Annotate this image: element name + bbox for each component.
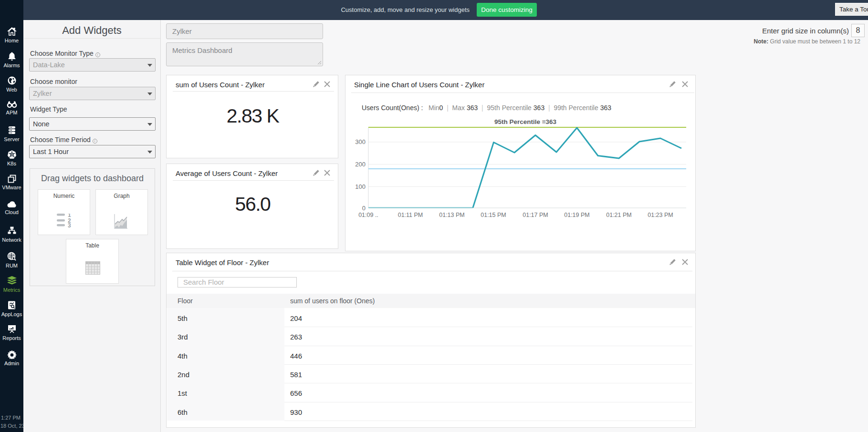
- svg-text:01:19 PM: 01:19 PM: [564, 212, 590, 218]
- svg-text:01:23 PM: 01:23 PM: [648, 212, 673, 218]
- svg-text:01:17 PM: 01:17 PM: [523, 212, 548, 218]
- svg-text:01:09 ..: 01:09 ..: [358, 212, 378, 218]
- svg-text:01:11 PM: 01:11 PM: [398, 212, 423, 218]
- svg-text:01:13 PM: 01:13 PM: [439, 212, 465, 218]
- svg-text:200: 200: [355, 161, 366, 168]
- svg-text:01:15 PM: 01:15 PM: [481, 212, 506, 218]
- svg-text:0: 0: [362, 205, 366, 212]
- svg-text:01:21 PM: 01:21 PM: [606, 212, 632, 218]
- svg-text:300: 300: [355, 138, 366, 145]
- svg-text:100: 100: [355, 183, 366, 190]
